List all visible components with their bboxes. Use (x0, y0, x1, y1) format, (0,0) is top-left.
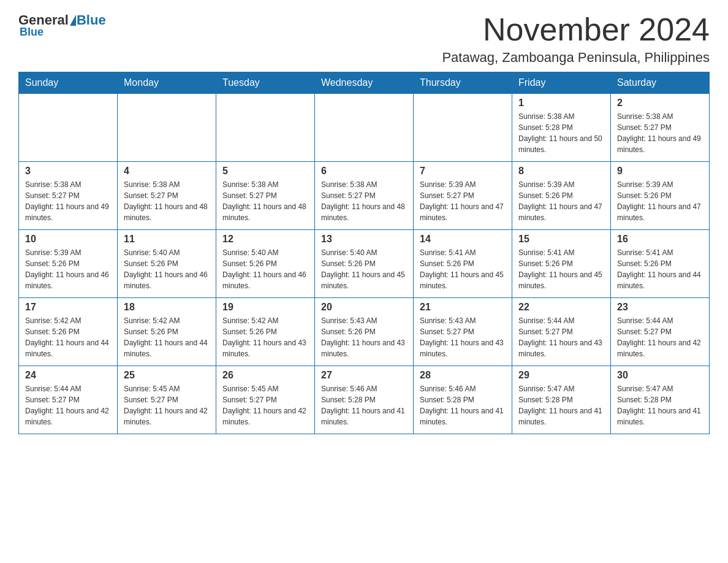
calendar-cell: 11Sunrise: 5:40 AM Sunset: 5:26 PM Dayli… (118, 230, 216, 298)
day-info: Sunrise: 5:39 AM Sunset: 5:26 PM Dayligh… (25, 247, 111, 291)
calendar-cell: 12Sunrise: 5:40 AM Sunset: 5:26 PM Dayli… (216, 230, 315, 298)
day-number: 23 (617, 302, 703, 313)
calendar-cell: 27Sunrise: 5:46 AM Sunset: 5:28 PM Dayli… (315, 366, 414, 434)
day-number: 6 (321, 166, 407, 177)
calendar-cell: 24Sunrise: 5:44 AM Sunset: 5:27 PM Dayli… (19, 366, 118, 434)
calendar-cell (315, 94, 414, 162)
week-row-3: 10Sunrise: 5:39 AM Sunset: 5:26 PM Dayli… (19, 230, 710, 298)
day-info: Sunrise: 5:42 AM Sunset: 5:26 PM Dayligh… (222, 315, 308, 359)
day-info: Sunrise: 5:39 AM Sunset: 5:26 PM Dayligh… (518, 179, 604, 223)
day-info: Sunrise: 5:44 AM Sunset: 5:27 PM Dayligh… (518, 315, 604, 359)
week-row-2: 3Sunrise: 5:38 AM Sunset: 5:27 PM Daylig… (19, 162, 710, 230)
week-row-5: 24Sunrise: 5:44 AM Sunset: 5:27 PM Dayli… (19, 366, 710, 434)
day-info: Sunrise: 5:44 AM Sunset: 5:27 PM Dayligh… (25, 383, 111, 427)
calendar-cell: 28Sunrise: 5:46 AM Sunset: 5:28 PM Dayli… (414, 366, 512, 434)
calendar-cell: 17Sunrise: 5:42 AM Sunset: 5:26 PM Dayli… (19, 298, 118, 366)
day-number: 1 (518, 98, 604, 109)
day-info: Sunrise: 5:46 AM Sunset: 5:28 PM Dayligh… (321, 383, 407, 427)
weekday-header-friday: Friday (512, 72, 611, 94)
weekday-header-tuesday: Tuesday (216, 72, 315, 94)
calendar-cell: 10Sunrise: 5:39 AM Sunset: 5:26 PM Dayli… (19, 230, 118, 298)
calendar-cell (414, 94, 512, 162)
day-number: 14 (420, 234, 506, 245)
day-number: 30 (617, 370, 703, 381)
day-number: 8 (518, 166, 604, 177)
day-number: 22 (518, 302, 604, 313)
calendar-cell (118, 94, 216, 162)
day-info: Sunrise: 5:42 AM Sunset: 5:26 PM Dayligh… (25, 315, 111, 359)
day-info: Sunrise: 5:44 AM Sunset: 5:27 PM Dayligh… (617, 315, 703, 359)
logo-blue-text: Blue (77, 12, 106, 28)
day-number: 25 (124, 370, 210, 381)
month-title: November 2024 (442, 12, 710, 47)
day-info: Sunrise: 5:39 AM Sunset: 5:27 PM Dayligh… (420, 179, 506, 223)
logo-underline: Blue (20, 26, 44, 39)
day-info: Sunrise: 5:43 AM Sunset: 5:26 PM Dayligh… (321, 315, 407, 359)
day-info: Sunrise: 5:47 AM Sunset: 5:28 PM Dayligh… (518, 383, 604, 427)
logo: General Blue Blue (18, 12, 106, 39)
day-number: 9 (617, 166, 703, 177)
calendar-cell: 13Sunrise: 5:40 AM Sunset: 5:26 PM Dayli… (315, 230, 414, 298)
day-number: 17 (25, 302, 111, 313)
day-number: 28 (420, 370, 506, 381)
day-number: 2 (617, 98, 703, 109)
calendar-cell: 18Sunrise: 5:42 AM Sunset: 5:26 PM Dayli… (118, 298, 216, 366)
calendar-cell: 8Sunrise: 5:39 AM Sunset: 5:26 PM Daylig… (512, 162, 611, 230)
day-number: 21 (420, 302, 506, 313)
location-subtitle: Patawag, Zamboanga Peninsula, Philippine… (442, 50, 710, 66)
calendar-cell: 9Sunrise: 5:39 AM Sunset: 5:26 PM Daylig… (611, 162, 710, 230)
day-number: 10 (25, 234, 111, 245)
day-info: Sunrise: 5:38 AM Sunset: 5:27 PM Dayligh… (617, 111, 703, 155)
day-info: Sunrise: 5:40 AM Sunset: 5:26 PM Dayligh… (321, 247, 407, 291)
calendar-cell: 15Sunrise: 5:41 AM Sunset: 5:26 PM Dayli… (512, 230, 611, 298)
calendar-cell (216, 94, 315, 162)
day-number: 15 (518, 234, 604, 245)
calendar-cell: 1Sunrise: 5:38 AM Sunset: 5:28 PM Daylig… (512, 94, 611, 162)
day-info: Sunrise: 5:41 AM Sunset: 5:26 PM Dayligh… (518, 247, 604, 291)
day-number: 24 (25, 370, 111, 381)
day-info: Sunrise: 5:38 AM Sunset: 5:27 PM Dayligh… (222, 179, 308, 223)
calendar-cell: 23Sunrise: 5:44 AM Sunset: 5:27 PM Dayli… (611, 298, 710, 366)
day-info: Sunrise: 5:39 AM Sunset: 5:26 PM Dayligh… (617, 179, 703, 223)
day-number: 11 (124, 234, 210, 245)
calendar-cell: 25Sunrise: 5:45 AM Sunset: 5:27 PM Dayli… (118, 366, 216, 434)
calendar-cell: 4Sunrise: 5:38 AM Sunset: 5:27 PM Daylig… (118, 162, 216, 230)
weekday-header-monday: Monday (118, 72, 216, 94)
title-section: November 2024 Patawag, Zamboanga Peninsu… (442, 12, 710, 66)
calendar-cell: 2Sunrise: 5:38 AM Sunset: 5:27 PM Daylig… (611, 94, 710, 162)
day-info: Sunrise: 5:43 AM Sunset: 5:27 PM Dayligh… (420, 315, 506, 359)
day-info: Sunrise: 5:47 AM Sunset: 5:28 PM Dayligh… (617, 383, 703, 427)
weekday-header-wednesday: Wednesday (315, 72, 414, 94)
day-info: Sunrise: 5:41 AM Sunset: 5:26 PM Dayligh… (617, 247, 703, 291)
day-info: Sunrise: 5:40 AM Sunset: 5:26 PM Dayligh… (124, 247, 210, 291)
calendar-cell: 29Sunrise: 5:47 AM Sunset: 5:28 PM Dayli… (512, 366, 611, 434)
weekday-header-sunday: Sunday (19, 72, 118, 94)
calendar-cell: 6Sunrise: 5:38 AM Sunset: 5:27 PM Daylig… (315, 162, 414, 230)
day-info: Sunrise: 5:45 AM Sunset: 5:27 PM Dayligh… (124, 383, 210, 427)
day-info: Sunrise: 5:38 AM Sunset: 5:27 PM Dayligh… (25, 179, 111, 223)
day-number: 27 (321, 370, 407, 381)
calendar-cell: 26Sunrise: 5:45 AM Sunset: 5:27 PM Dayli… (216, 366, 315, 434)
page-header: General Blue Blue November 2024 Patawag,… (18, 12, 710, 66)
day-number: 4 (124, 166, 210, 177)
weekday-header-thursday: Thursday (414, 72, 512, 94)
day-info: Sunrise: 5:38 AM Sunset: 5:28 PM Dayligh… (518, 111, 604, 155)
calendar-cell: 7Sunrise: 5:39 AM Sunset: 5:27 PM Daylig… (414, 162, 512, 230)
calendar-cell: 20Sunrise: 5:43 AM Sunset: 5:26 PM Dayli… (315, 298, 414, 366)
day-number: 29 (518, 370, 604, 381)
day-number: 12 (222, 234, 308, 245)
logo-triangle-icon (70, 15, 76, 26)
day-info: Sunrise: 5:45 AM Sunset: 5:27 PM Dayligh… (222, 383, 308, 427)
day-number: 7 (420, 166, 506, 177)
week-row-4: 17Sunrise: 5:42 AM Sunset: 5:26 PM Dayli… (19, 298, 710, 366)
day-number: 18 (124, 302, 210, 313)
calendar-cell: 21Sunrise: 5:43 AM Sunset: 5:27 PM Dayli… (414, 298, 512, 366)
week-row-1: 1Sunrise: 5:38 AM Sunset: 5:28 PM Daylig… (19, 94, 710, 162)
day-info: Sunrise: 5:46 AM Sunset: 5:28 PM Dayligh… (420, 383, 506, 427)
calendar-header-row: SundayMondayTuesdayWednesdayThursdayFrid… (19, 72, 710, 94)
day-info: Sunrise: 5:42 AM Sunset: 5:26 PM Dayligh… (124, 315, 210, 359)
calendar-cell (19, 94, 118, 162)
calendar-cell: 30Sunrise: 5:47 AM Sunset: 5:28 PM Dayli… (611, 366, 710, 434)
calendar-cell: 14Sunrise: 5:41 AM Sunset: 5:26 PM Dayli… (414, 230, 512, 298)
day-number: 19 (222, 302, 308, 313)
